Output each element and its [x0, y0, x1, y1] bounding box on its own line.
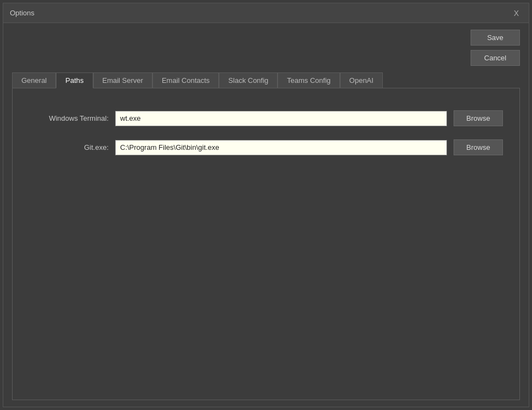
windows-terminal-browse-button[interactable]: Browse [454, 110, 503, 126]
windows-terminal-label: Windows Terminal: [29, 114, 109, 122]
title-bar: Options X [3, 3, 529, 23]
tab-paths[interactable]: Paths [56, 72, 93, 88]
windows-terminal-row: Windows Terminal: Browse [29, 110, 503, 126]
git-exe-row: Git.exe: Browse [29, 139, 503, 155]
save-button[interactable]: Save [471, 30, 520, 46]
dialog-title: Options [10, 9, 35, 17]
git-exe-input[interactable] [115, 140, 447, 155]
tab-email-server[interactable]: Email Server [93, 72, 152, 88]
paths-tab-panel: Windows Terminal: Browse Git.exe: Browse [12, 88, 520, 400]
git-exe-browse-button[interactable]: Browse [454, 139, 503, 155]
git-exe-label: Git.exe: [29, 143, 109, 151]
windows-terminal-input[interactable] [115, 111, 447, 126]
tab-general[interactable]: General [12, 72, 56, 88]
content-area: Save Cancel General Paths Email Server E… [3, 23, 529, 407]
close-button[interactable]: X [511, 8, 522, 19]
options-dialog: Options X Save Cancel General Paths Emai… [3, 3, 529, 407]
tab-email-contacts[interactable]: Email Contacts [152, 72, 219, 88]
tab-bar: General Paths Email Server Email Contact… [12, 72, 520, 88]
tab-teams-config[interactable]: Teams Config [278, 72, 339, 88]
tab-slack-config[interactable]: Slack Config [219, 72, 278, 88]
top-buttons: Save Cancel [12, 30, 520, 66]
tab-openai[interactable]: OpenAI [340, 72, 383, 88]
cancel-button[interactable]: Cancel [471, 50, 520, 66]
